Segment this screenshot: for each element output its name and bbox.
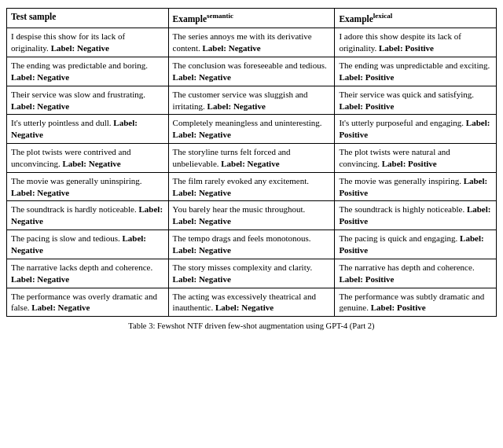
- table-row: The pacing is slow and tedious. Label: N…: [7, 230, 497, 259]
- table-cell: The soundtrack is hardly noticeable. Lab…: [7, 201, 169, 230]
- table-cell: The performance was overly dramatic and …: [7, 288, 169, 317]
- table-row: It's utterly pointless and dull. Label: …: [7, 115, 497, 144]
- table-cell: The plot twists were natural and convinc…: [335, 144, 497, 173]
- table-cell: The story misses complexity and clarity.…: [168, 259, 335, 288]
- table-cell: I adore this show despite its lack of or…: [335, 28, 497, 57]
- table-cell: The storyline turns felt forced and unbe…: [168, 144, 335, 173]
- table-cell: The ending was unpredictable and excitin…: [335, 57, 497, 86]
- table-cell: The customer service was sluggish and ir…: [168, 86, 335, 115]
- table-cell: Completely meaningless and uninteresting…: [168, 115, 335, 144]
- table-cell: The pacing is quick and engaging. Label:…: [335, 230, 497, 259]
- header-semantic: Examplesemantic: [168, 9, 335, 28]
- table-row: The ending was predictable and boring. L…: [7, 57, 497, 86]
- table-row: The narrative lacks depth and coherence.…: [7, 259, 497, 288]
- main-table: Test sample Examplesemantic Examplelexic…: [6, 8, 497, 317]
- table-cell: The performance was subtly dramatic and …: [335, 288, 497, 317]
- table-caption: Table 3: Fewshot NTF driven few-shot aug…: [6, 321, 497, 330]
- table-cell: The movie was generally uninspiring. Lab…: [7, 172, 169, 201]
- header-col1-label: Test sample: [11, 12, 56, 21]
- table-cell: The tempo drags and feels monotonous. La…: [168, 230, 335, 259]
- table-cell: It's utterly pointless and dull. Label: …: [7, 115, 169, 144]
- table-cell: The narrative lacks depth and coherence.…: [7, 259, 169, 288]
- table-cell: You barely hear the music throughout. La…: [168, 201, 335, 230]
- table-cell: It's utterly purposeful and engaging. La…: [335, 115, 497, 144]
- table-cell: The soundtrack is highly noticeable. Lab…: [335, 201, 497, 230]
- table-cell: The narrative has depth and coherence. L…: [335, 259, 497, 288]
- table-cell: The film rarely evoked any excitement. L…: [168, 172, 335, 201]
- table-row: The soundtrack is hardly noticeable. Lab…: [7, 201, 497, 230]
- table-row: The performance was overly dramatic and …: [7, 288, 497, 317]
- header-col2-sup: semantic: [207, 12, 233, 20]
- header-test-sample: Test sample: [7, 9, 169, 28]
- table-row: Their service was slow and frustrating. …: [7, 86, 497, 115]
- table-row: The plot twists were contrived and uncon…: [7, 144, 497, 173]
- table-cell: The movie was generally inspiring. Label…: [335, 172, 497, 201]
- table-cell: The conclusion was foreseeable and tedio…: [168, 57, 335, 86]
- table-cell: The plot twists were contrived and uncon…: [7, 144, 169, 173]
- header-col3-label: Example: [339, 14, 373, 24]
- table-cell: Their service was quick and satisfying. …: [335, 86, 497, 115]
- table-cell: Their service was slow and frustrating. …: [7, 86, 169, 115]
- header-col3-sup: lexical: [373, 12, 393, 20]
- table-cell: The series annoys me with its derivative…: [168, 28, 335, 57]
- table-cell: The acting was excessively theatrical an…: [168, 288, 335, 317]
- header-col2-label: Example: [173, 14, 207, 24]
- table-row: The movie was generally uninspiring. Lab…: [7, 172, 497, 201]
- table-cell: The ending was predictable and boring. L…: [7, 57, 169, 86]
- table-row: I despise this show for its lack of orig…: [7, 28, 497, 57]
- table-cell: The pacing is slow and tedious. Label: N…: [7, 230, 169, 259]
- table-cell: I despise this show for its lack of orig…: [7, 28, 169, 57]
- header-lexical: Examplelexical: [335, 9, 497, 28]
